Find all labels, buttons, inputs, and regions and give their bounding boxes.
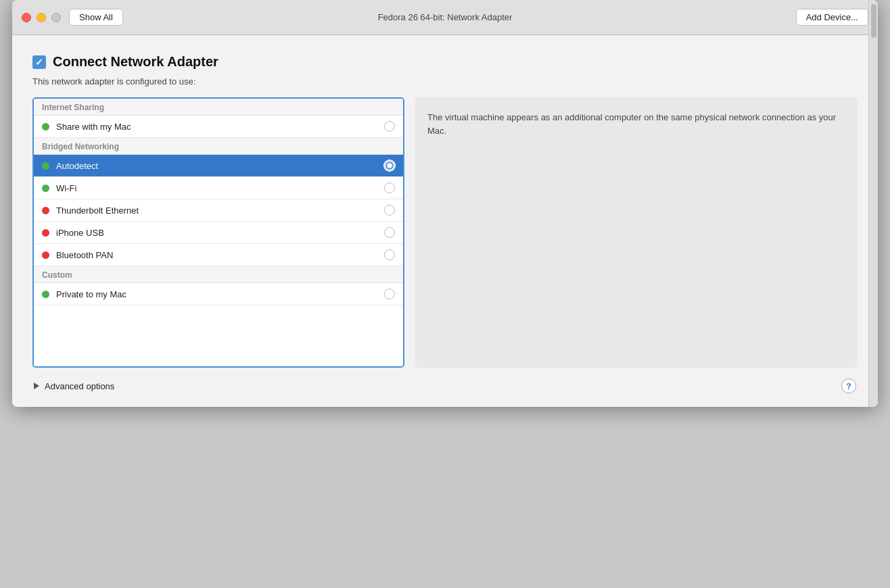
description-text: The virtual machine appears as an additi…: [427, 111, 845, 137]
status-dot-thunderbolt: [42, 207, 49, 214]
network-type-list: Internet Sharing Share with my Mac Bridg…: [32, 97, 404, 368]
connect-checkbox[interactable]: [32, 55, 46, 69]
item-label-autodetect: Autodetect: [56, 161, 384, 171]
section-header-bridged: Bridged Networking: [34, 138, 403, 155]
list-item-bluetooth[interactable]: Bluetooth PAN: [34, 244, 403, 266]
radio-thunderbolt[interactable]: [384, 205, 395, 216]
advanced-options-toggle[interactable]: Advanced options: [34, 381, 114, 391]
list-item-iphone-usb[interactable]: iPhone USB: [34, 222, 403, 244]
status-dot-green: [42, 123, 49, 130]
list-item-share-mac[interactable]: Share with my Mac: [34, 116, 403, 138]
item-label-thunderbolt: Thunderbolt Ethernet: [56, 205, 384, 216]
radio-bluetooth[interactable]: [384, 249, 395, 260]
add-device-button[interactable]: Add Device...: [796, 9, 868, 26]
section-header-custom: Custom: [34, 266, 403, 283]
header-row: Connect Network Adapter: [32, 54, 858, 70]
traffic-lights: [22, 13, 61, 22]
item-label-iphone-usb: iPhone USB: [56, 228, 384, 238]
item-label-wifi: Wi-Fi: [56, 183, 384, 193]
help-button[interactable]: ?: [841, 378, 856, 393]
status-dot-bluetooth: [42, 251, 49, 259]
status-dot-iphone: [42, 229, 49, 237]
radio-share-mac[interactable]: [384, 121, 395, 132]
radio-autodetect[interactable]: [384, 160, 395, 171]
item-label-bluetooth: Bluetooth PAN: [56, 250, 384, 260]
minimize-button[interactable]: [37, 13, 46, 22]
scrollbar-thumb: [871, 4, 876, 38]
list-item-private-mac[interactable]: Private to my Mac: [34, 283, 403, 305]
show-all-button[interactable]: Show All: [69, 9, 123, 26]
titlebar: Show All Fedora 26 64-bit: Network Adapt…: [12, 0, 878, 35]
radio-private-mac[interactable]: [384, 289, 395, 299]
item-label-share-mac: Share with my Mac: [56, 122, 384, 132]
radio-wifi[interactable]: [384, 182, 395, 193]
close-button[interactable]: [22, 13, 31, 22]
content-area: Connect Network Adapter This network ada…: [12, 35, 878, 407]
expand-triangle-icon: [34, 383, 39, 389]
bottom-row: Advanced options ?: [32, 378, 858, 393]
list-item-thunderbolt[interactable]: Thunderbolt Ethernet: [34, 199, 403, 222]
list-item-wifi[interactable]: Wi-Fi: [34, 177, 403, 199]
two-column-layout: Internet Sharing Share with my Mac Bridg…: [32, 97, 858, 368]
main-title: Connect Network Adapter: [53, 54, 218, 70]
subtitle: This network adapter is configured to us…: [32, 76, 858, 87]
section-header-internet-sharing: Internet Sharing: [34, 99, 403, 116]
status-dot-private: [42, 291, 49, 298]
advanced-options-label: Advanced options: [45, 381, 114, 391]
scrollbar[interactable]: [868, 0, 878, 407]
window-title: Fedora 26 64-bit: Network Adapter: [378, 12, 513, 22]
description-panel: The virtual machine appears as an additi…: [415, 97, 858, 368]
status-dot-autodetect: [42, 162, 49, 170]
maximize-button[interactable]: [51, 13, 61, 22]
item-label-private-mac: Private to my Mac: [56, 289, 384, 299]
list-item-autodetect[interactable]: Autodetect: [34, 155, 403, 177]
radio-iphone-usb[interactable]: [384, 227, 395, 238]
status-dot-wifi: [42, 185, 49, 192]
